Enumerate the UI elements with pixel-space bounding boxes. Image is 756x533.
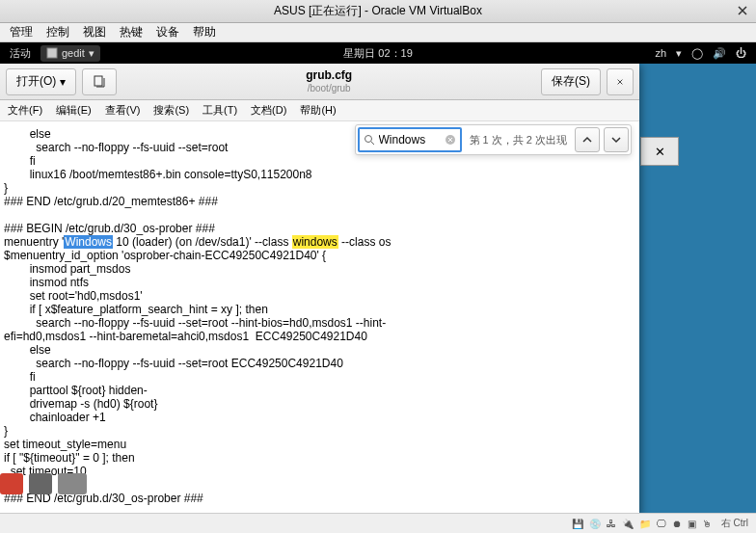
usb-icon[interactable]: 🔌 xyxy=(622,519,634,529)
search-input[interactable] xyxy=(379,133,441,147)
dash-app-1[interactable] xyxy=(0,473,23,494)
a11y-icon[interactable]: ◯ xyxy=(691,47,703,60)
gedit-window: 打开(O) ▾ grub.cfg /boot/grub 保存(S) 文件(F) … xyxy=(0,64,639,515)
gnome-topbar: 活动 gedit ▾ 星期日 02：19 zh ▾ ◯ 🔊 ⏻ xyxy=(0,42,756,64)
save-button[interactable]: 保存(S) xyxy=(541,68,601,95)
menu-tools[interactable]: 工具(T) xyxy=(202,103,237,118)
svg-rect-1 xyxy=(94,76,102,86)
new-tab-button[interactable] xyxy=(82,68,117,95)
menu-search[interactable]: 搜索(S) xyxy=(153,103,189,118)
shared-folder-icon[interactable]: 📁 xyxy=(639,519,651,529)
vbox-menu-view[interactable]: 视图 xyxy=(83,24,106,40)
chevron-down-icon: ▾ xyxy=(60,75,66,89)
power-icon[interactable]: ⏻ xyxy=(736,47,746,59)
chevron-up-icon xyxy=(582,135,592,145)
document-path: /boot/grub xyxy=(122,83,535,94)
vbox-menu-help[interactable]: 帮助 xyxy=(193,24,216,40)
window-close-button[interactable] xyxy=(607,68,634,95)
search-next-button[interactable] xyxy=(604,127,629,152)
hdd-icon[interactable]: 💾 xyxy=(572,519,583,529)
display-icon[interactable]: 🖵 xyxy=(657,519,666,529)
vbox-titlebar: ASUS [正在运行] - Oracle VM VirtualBox xyxy=(0,0,756,23)
code-content[interactable]: else search --no-floppy --fs-uuid --set=… xyxy=(0,121,639,515)
volume-icon[interactable]: 🔊 xyxy=(713,47,726,60)
vbox-menu-control[interactable]: 控制 xyxy=(46,24,69,40)
dash-app-2[interactable] xyxy=(29,473,52,494)
new-document-icon xyxy=(93,75,106,89)
gedit-headerbar: 打开(O) ▾ grub.cfg /boot/grub 保存(S) xyxy=(0,64,639,100)
vbox-statusbar: 💾 💿 🖧 🔌 📁 🖵 ⏺ ▣ 🖱 右 Ctrl xyxy=(0,513,756,533)
dash xyxy=(0,469,87,494)
document-title: grub.cfg xyxy=(122,68,535,82)
menu-file[interactable]: 文件(F) xyxy=(8,103,42,118)
close-icon xyxy=(617,77,623,87)
recording-icon[interactable]: ⏺ xyxy=(672,519,682,529)
app-name: gedit xyxy=(62,47,85,59)
vbox-menu-hotkeys[interactable]: 热键 xyxy=(120,24,143,40)
optical-icon[interactable]: 💿 xyxy=(589,519,601,529)
vbox-menu-manage[interactable]: 管理 xyxy=(10,24,33,40)
menu-view[interactable]: 查看(V) xyxy=(105,103,141,118)
svg-point-2 xyxy=(364,136,371,143)
clear-icon[interactable] xyxy=(445,134,456,146)
clock[interactable]: 星期日 02：19 xyxy=(343,46,413,61)
input-language[interactable]: zh xyxy=(655,47,666,59)
mouse-icon[interactable]: 🖱 xyxy=(702,519,712,529)
vbox-menu-devices[interactable]: 设备 xyxy=(156,24,179,40)
guest-desktop: ✕ 打开(O) ▾ grub.cfg /boot/grub 保存(S) 文件(F… xyxy=(0,64,756,515)
background-window-close[interactable]: ✕ xyxy=(640,137,679,166)
menu-edit[interactable]: 编辑(E) xyxy=(56,103,92,118)
vbox-close-button[interactable] xyxy=(735,3,750,18)
search-icon xyxy=(364,134,375,146)
menu-documents[interactable]: 文档(D) xyxy=(251,103,286,118)
search-result-count: 第 1 次，共 2 次出现 xyxy=(470,133,567,147)
dash-app-3[interactable] xyxy=(58,473,87,494)
cpu-icon[interactable]: ▣ xyxy=(688,519,696,529)
svg-rect-0 xyxy=(47,48,57,58)
editor-area[interactable]: else search --no-floppy --fs-uuid --set=… xyxy=(0,121,639,515)
search-match-selected: Windows xyxy=(64,235,113,249)
search-match: windows xyxy=(292,235,338,249)
menu-help[interactable]: 帮助(H) xyxy=(300,103,336,118)
header-title-box: grub.cfg /boot/grub xyxy=(122,68,535,93)
host-key-label: 右 Ctrl xyxy=(721,517,748,530)
gedit-menubar: 文件(F) 编辑(E) 查看(V) 搜索(S) 工具(T) 文档(D) 帮助(H… xyxy=(0,100,639,121)
vbox-title: ASUS [正在运行] - Oracle VM VirtualBox xyxy=(274,3,482,19)
current-app-indicator[interactable]: gedit ▾ xyxy=(40,45,100,62)
vbox-status-icons: 💾 💿 🖧 🔌 📁 🖵 ⏺ ▣ 🖱 xyxy=(572,519,712,529)
activities-button[interactable]: 活动 xyxy=(10,46,31,61)
gedit-app-icon xyxy=(46,47,58,59)
search-bar: 第 1 次，共 2 次出现 xyxy=(355,124,632,155)
chevron-down-icon xyxy=(611,135,621,145)
open-button[interactable]: 打开(O) ▾ xyxy=(6,68,76,95)
chevron-down-icon: ▾ xyxy=(676,47,682,60)
search-prev-button[interactable] xyxy=(575,127,600,152)
search-field-container xyxy=(358,127,462,152)
network-icon[interactable]: 🖧 xyxy=(607,519,616,529)
chevron-down-icon: ▾ xyxy=(89,47,94,60)
close-icon xyxy=(738,6,747,15)
vbox-menubar: 管理 控制 视图 热键 设备 帮助 xyxy=(0,23,756,42)
